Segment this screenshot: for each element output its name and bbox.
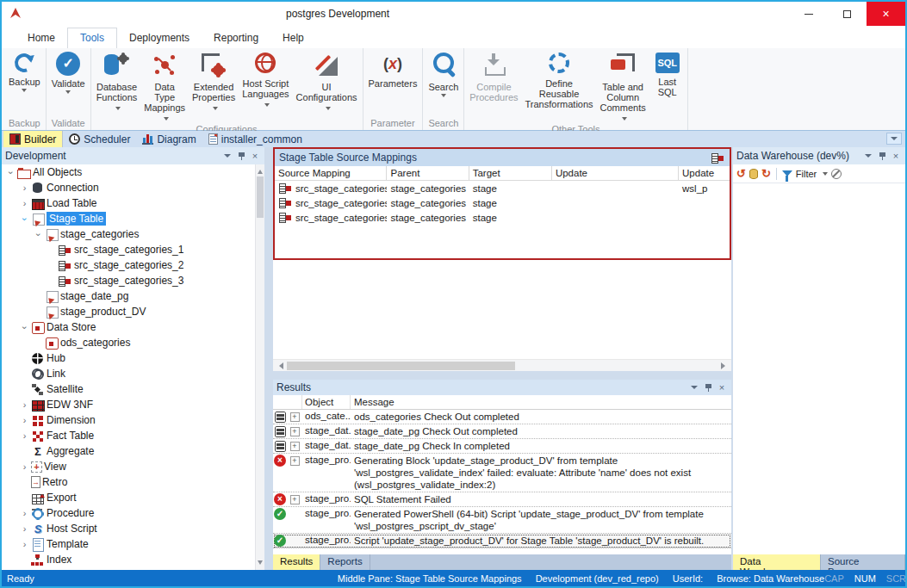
- menu-tab-help[interactable]: Help: [270, 28, 316, 48]
- tab-overflow-button[interactable]: [886, 133, 902, 145]
- filter-label[interactable]: Filter: [796, 169, 817, 179]
- tree-item-all-objects[interactable]: ›All Objects: [2, 164, 255, 180]
- tree-item-export[interactable]: Export: [2, 490, 255, 505]
- tree-item-aggregate[interactable]: ΣAggregate: [2, 443, 255, 459]
- tree-item-label: stage_date_pg: [60, 290, 128, 302]
- menu-tab-tools[interactable]: Tools: [67, 28, 117, 48]
- panel-menu-button[interactable]: [221, 150, 233, 162]
- chevron-down-icon: [891, 137, 898, 140]
- tab-source-browser[interactable]: Source Browser: [821, 554, 905, 570]
- results-row[interactable]: +stage_dat...stage_date_pg Check Out com…: [273, 424, 731, 439]
- tree-scrollbar[interactable]: [255, 164, 264, 570]
- menu-tab-deployments[interactable]: Deployments: [117, 28, 202, 48]
- database-functions-button[interactable]: Database Functions: [93, 49, 141, 113]
- host-script-languages-button[interactable]: Host Script Languages: [239, 49, 292, 109]
- panel-close-button[interactable]: ×: [716, 381, 728, 393]
- table-and-column-comments-button[interactable]: Table and Column Comments: [597, 49, 649, 123]
- tree-item-src-stage-categories-1[interactable]: src_stage_categories_1: [2, 242, 255, 257]
- results-row[interactable]: ×+stage_pro...SQL Statement Failed: [273, 492, 731, 507]
- tree-item-index[interactable]: Index: [2, 552, 255, 567]
- tree-item-procedure[interactable]: ›Procedure: [2, 505, 255, 521]
- scrollbar-thumb[interactable]: [257, 176, 264, 218]
- backup-button[interactable]: Backup: [5, 49, 44, 92]
- object-tree: ›All Objects›Connection›Load Table›Stage…: [2, 164, 255, 570]
- table-row[interactable]: src_stage_categories_3stage_categoriesst…: [275, 210, 730, 225]
- refresh-back-icon[interactable]: ↺: [736, 168, 746, 180]
- chevron-closed-icon: ›: [19, 461, 30, 473]
- close-button[interactable]: ×: [867, 2, 905, 26]
- tab-data-warehouse[interactable]: Data Warehouse: [733, 554, 821, 570]
- tab-reports[interactable]: Reports: [320, 554, 370, 570]
- doc-tab-scheduler[interactable]: Scheduler: [63, 131, 136, 147]
- filter-icon[interactable]: [782, 170, 792, 176]
- tree-item-stage-product-dv[interactable]: stage_product_DV: [2, 304, 255, 319]
- column-header-update-4[interactable]: Update: [679, 166, 730, 180]
- tree-item-fact-table[interactable]: ›Fact Table: [2, 428, 255, 443]
- column-header-source-mapping-0[interactable]: Source Mapping: [275, 166, 387, 180]
- column-header-update-3[interactable]: Update: [552, 166, 679, 180]
- table-row[interactable]: src_stage_categories_1stage_categoriesst…: [275, 181, 730, 195]
- search-button[interactable]: Search: [425, 49, 462, 97]
- doc-tab-diagram[interactable]: Diagram: [136, 131, 202, 147]
- tree-item-link[interactable]: Link: [2, 366, 255, 381]
- tab-results[interactable]: Results: [273, 554, 320, 570]
- column-header-parent-1[interactable]: Parent: [387, 166, 469, 180]
- tree-item-src-stage-categories-2[interactable]: src_stage_categories_2: [2, 257, 255, 273]
- menu-tab-reporting[interactable]: Reporting: [202, 28, 270, 48]
- center-void: [273, 260, 731, 371]
- tree-item-template[interactable]: ›Template: [2, 536, 255, 552]
- pane-splitter[interactable]: [273, 371, 731, 380]
- tree-item-stage-categories[interactable]: ›stage_categories: [2, 226, 255, 242]
- doc-tab-installer-common[interactable]: installer_common: [202, 131, 308, 147]
- tree-item-connection[interactable]: ›Connection: [2, 180, 255, 195]
- filter-caret-icon[interactable]: [823, 172, 828, 176]
- tree-item-ods-categories[interactable]: ods_categories: [2, 335, 255, 350]
- tree-item-hub[interactable]: Hub: [2, 350, 255, 366]
- panel-pin-button[interactable]: [702, 381, 714, 393]
- column-header-target-2[interactable]: Target: [469, 166, 552, 180]
- tree-item-dimension[interactable]: ›Dimension: [2, 412, 255, 428]
- panel-pin-button[interactable]: [876, 150, 888, 162]
- results-row[interactable]: +stage_dat...stage_date_pg Check In comp…: [273, 439, 731, 454]
- table-row[interactable]: src_stage_categories_2stage_categoriesst…: [275, 195, 730, 210]
- tree-item-satellite[interactable]: Satellite: [2, 381, 255, 397]
- tree-item-data-store[interactable]: ›Data Store: [2, 319, 255, 335]
- database-icon[interactable]: [749, 169, 758, 179]
- results-object-cell: stage_dat...: [302, 424, 351, 436]
- tree-item-stage-date-pg[interactable]: stage_date_pg: [2, 288, 255, 304]
- results-row[interactable]: ✓stage_pro...Script 'update_stage_produc…: [273, 534, 731, 548]
- tree-item-stage-table[interactable]: ›Stage Table: [2, 211, 255, 226]
- minimize-button[interactable]: [789, 2, 828, 26]
- panel-close-button[interactable]: ×: [890, 150, 902, 162]
- maximize-button[interactable]: [828, 2, 867, 26]
- extended-properties-button[interactable]: Extended Properties: [189, 49, 239, 113]
- menu-tab-home[interactable]: Home: [16, 28, 67, 48]
- tree-item-load-table[interactable]: ›Load Table: [2, 195, 255, 211]
- ui-configurations-button[interactable]: UI Configurations: [293, 49, 361, 113]
- results-row[interactable]: +ods_cate...ods_categories Check Out com…: [273, 410, 731, 424]
- no-projection-icon[interactable]: [831, 169, 842, 179]
- dropdown-caret-icon: [65, 90, 71, 94]
- panel-menu-button[interactable]: [688, 381, 700, 393]
- parameters-button[interactable]: xParameters: [365, 49, 421, 89]
- status-middle-pane: Middle Pane: Stage Table Source Mappings: [338, 573, 522, 584]
- doc-tab-builder[interactable]: Builder: [3, 131, 63, 147]
- scrollbar-thumb[interactable]: [287, 362, 515, 370]
- last-sql-button[interactable]: SQLLast SQL: [649, 49, 686, 97]
- tree-item-src-stage-categories-3[interactable]: src_stage_categories_3: [2, 273, 255, 288]
- refresh-forward-icon[interactable]: ↻: [761, 168, 771, 180]
- results-row[interactable]: ✓stage_pro...Generated PowerShell (64-bi…: [273, 507, 731, 534]
- panel-pin-button[interactable]: [235, 150, 247, 162]
- tree-item-retro[interactable]: →Retro: [2, 474, 255, 490]
- panel-close-button[interactable]: ×: [249, 150, 261, 162]
- horizontal-scrollbar[interactable]: [273, 359, 731, 371]
- define-reusable-transformations-button[interactable]: Define Reusable Transformations: [522, 49, 597, 109]
- recycle-icon: [549, 53, 569, 73]
- validate-button[interactable]: ✓Validate: [48, 49, 89, 94]
- data-type-mappings-button[interactable]: Data Type Mappings: [140, 49, 189, 123]
- results-row[interactable]: ×+stage_pro...Generating Block 'update_s…: [273, 454, 731, 492]
- tree-item-host-script[interactable]: ›SHost Script: [2, 521, 255, 536]
- tree-item-view[interactable]: ›+View: [2, 459, 255, 474]
- panel-menu-button[interactable]: [862, 150, 874, 162]
- tree-item-edw-3nf[interactable]: ›EDW 3NF: [2, 397, 255, 412]
